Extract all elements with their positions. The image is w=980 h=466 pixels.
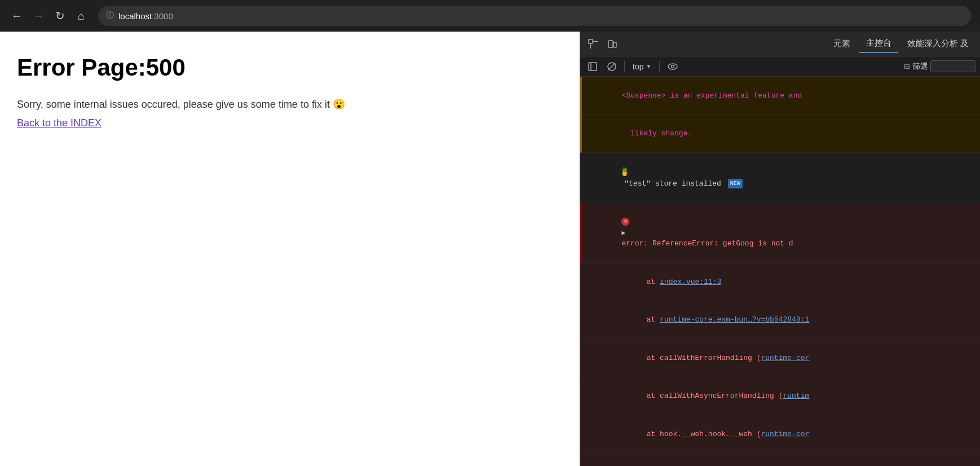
address-bar[interactable]: ⓘ localhost:3000 <box>98 6 971 26</box>
tab-console[interactable]: 主控台 <box>859 34 898 53</box>
error-message: Sorry, some internal issues occured, ple… <box>17 98 563 111</box>
new-badge: NEW <box>728 179 743 188</box>
eye-watch-icon[interactable] <box>664 61 681 72</box>
context-selector[interactable]: top ▼ <box>629 60 655 73</box>
devtools-tabs: 元素 主控台 效能深入分析 及 <box>580 32 980 56</box>
console-toolbar: top ▼ ⊟ 篩選 <box>580 56 980 77</box>
filter-input[interactable] <box>930 60 975 72</box>
stack-link-runtim[interactable]: runtim <box>783 392 809 400</box>
url-display: localhost:3000 <box>118 11 173 21</box>
tab-elements[interactable]: 元素 <box>827 35 857 52</box>
home-button[interactable]: ⌂ <box>73 8 89 24</box>
console-filter-area: ⊟ 篩選 <box>904 60 975 72</box>
svg-rect-3 <box>608 41 613 47</box>
svg-point-9 <box>668 64 677 69</box>
svg-rect-4 <box>613 42 616 47</box>
url-protocol: localhost <box>118 11 152 21</box>
error-icon-1: ✕ <box>621 218 629 226</box>
toolbar-separator <box>624 61 625 72</box>
console-error-main[interactable]: ✕ ▶ error: ReferenceError: getGoog is no… <box>580 203 980 263</box>
stack-link-index-vue[interactable]: index.vue:11:3 <box>660 278 721 286</box>
page-content: Error Page:500 Sorry, some internal issu… <box>0 32 580 466</box>
browser-chrome: ← → ↻ ⌂ ⓘ localhost:3000 <box>0 0 980 32</box>
console-error-stack-2: at runtime-core.esm-bun…?v=bb542848:1 <box>580 301 980 340</box>
stack-link-runtime-cor-2[interactable]: runtime-cor <box>761 430 809 438</box>
error-title: Error Page:500 <box>17 54 563 81</box>
console-info-store: 🍍 "test" store installed NEW <box>580 153 980 203</box>
stack-link-runtime-1[interactable]: runtime-core.esm-bun…?v=bb542848:1 <box>660 315 809 324</box>
pineapple-icon: 🍍 <box>620 168 629 177</box>
console-error-stack-4: at callWithAsyncErrorHandling (runtim <box>580 377 980 416</box>
stack-link-runtime-cor[interactable]: runtime-cor <box>761 354 809 362</box>
info-icon: ⓘ <box>106 11 114 21</box>
svg-point-10 <box>672 65 674 68</box>
reload-button[interactable]: ↻ <box>52 8 68 24</box>
nav-buttons: ← → ↻ ⌂ <box>9 8 89 24</box>
url-port: :3000 <box>152 11 173 21</box>
console-error-stack-3: at callWithErrorHandling (runtime-cor <box>580 339 980 377</box>
console-error-stack-6: at flushPostFlushCbs (runtime-core.es <box>580 454 980 467</box>
console-warning-suspense: <Suspense> is an experimental feature an… <box>580 77 980 115</box>
context-label: top <box>633 62 643 71</box>
toolbar-separator-2 <box>659 61 660 72</box>
svg-rect-0 <box>589 39 593 43</box>
device-toggle-icon[interactable] <box>604 37 621 51</box>
svg-line-8 <box>608 63 615 70</box>
expand-error-icon[interactable]: ▶ <box>621 228 625 238</box>
console-warning-suspense-cont: likely change. <box>580 115 980 153</box>
filter-icon: ⊟ <box>904 62 910 71</box>
console-error-stack-5: at hook.__weh.hook.__weh (runtime-cor <box>580 415 980 454</box>
filter-label: 篩選 <box>912 61 928 72</box>
main-area: Error Page:500 Sorry, some internal issu… <box>0 32 980 466</box>
sidebar-toggle-icon[interactable] <box>585 60 601 73</box>
back-to-index-link[interactable]: Back to the INDEX <box>17 117 101 129</box>
forward-button[interactable]: → <box>30 8 46 24</box>
tab-performance[interactable]: 效能深入分析 及 <box>900 35 975 52</box>
context-dropdown-arrow: ▼ <box>646 63 651 69</box>
console-error-stack-1: at index.vue:11:3 <box>580 263 980 301</box>
back-button[interactable]: ← <box>9 8 25 24</box>
svg-rect-5 <box>589 63 597 71</box>
clear-console-icon[interactable] <box>604 60 620 73</box>
console-output: <Suspense> is an experimental feature an… <box>580 77 980 466</box>
devtools-panel: 元素 主控台 效能深入分析 及 top ▼ ⊟ 篩選 <box>580 32 980 466</box>
inspect-element-icon[interactable] <box>585 37 602 51</box>
